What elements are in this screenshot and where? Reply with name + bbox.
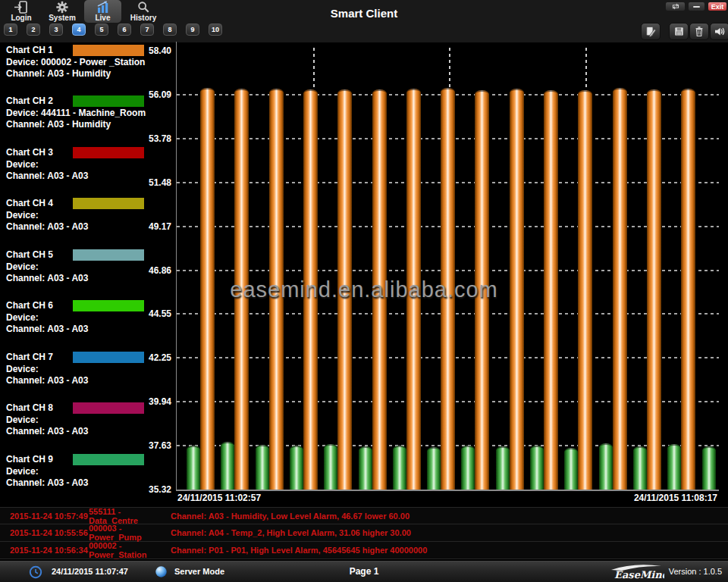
bar-green [324,444,337,490]
channel-device-label: Device: [6,466,39,477]
y-tick-56.09: 56.09 [121,89,171,100]
y-tick-35.32: 35.32 [121,484,171,495]
page-button-5[interactable]: 5 [95,23,108,36]
bar-green [702,446,716,490]
x-axis-start-label: 24/11/2015 11:02:57 [177,493,261,503]
bar-green [564,448,578,490]
alarm-device: 000003 - Power_Pump [89,524,171,542]
channel-channel-label: Channel: A03 - A03 [6,324,88,334]
y-tick-46.86: 46.86 [121,265,171,276]
edit-icon [645,26,657,37]
y-tick-58.40: 58.40 [121,45,171,56]
bar-green [427,447,441,490]
y-tick-39.94: 39.94 [121,396,171,407]
save-button[interactable] [669,23,689,40]
alarm-row-2[interactable]: 2015-11-24 10:55:56000003 - Power_PumpCh… [0,524,728,542]
alarm-device: 000002 - Power_Station [89,541,171,559]
alarm-time: 2015-11-24 10:56:34 [10,546,89,555]
channel-device-label: Device: [6,210,39,221]
y-tick-53.78: 53.78 [121,133,171,144]
page-button-10[interactable]: 10 [209,23,222,36]
channel-channel-label: Channel: A03 - A03 [6,171,88,181]
channel-name: Chart CH 3 [6,147,53,158]
bar-green [221,442,234,490]
channel-device-label: Device: [6,261,39,272]
alarm-time: 2015-11-24 10:55:56 [10,528,89,537]
v-time-marker [585,48,587,95]
page-button-4[interactable]: 4 [72,23,86,36]
watermark: easemind.en.alibaba.com [0,277,728,302]
alarm-row-1[interactable]: 2015-11-24 10:57:49555111 - Data_CentreC… [0,507,728,524]
minimize-icon [693,6,700,8]
v-time-marker [313,48,315,95]
y-tick-44.55: 44.55 [121,308,171,319]
bar-green [496,446,510,490]
bar-green [359,446,372,490]
alarm-message: Channel: A04 - Temp_2, High Level Alarm,… [171,528,728,537]
channel-device-label: Device: [6,415,39,425]
delete-button[interactable] [689,23,709,40]
top-bar: Login System Live History Smart Client E… [0,0,728,42]
page-button-9[interactable]: 9 [186,23,199,36]
svg-text:EaseMind: EaseMind [614,569,664,580]
status-bar: 24/11/2015 11:07:47 Server Mode Page 1 E… [0,561,728,582]
channel-name: Chart CH 9 [6,454,53,465]
page-button-6[interactable]: 6 [118,23,131,36]
channel-channel-label: Channel: A03 - A03 [6,426,88,436]
switch-window-button[interactable] [665,2,686,11]
save-icon [673,26,685,37]
page-button-1[interactable]: 1 [4,23,17,36]
bar-green [530,446,544,490]
alarm-time: 2015-11-24 10:57:49 [10,512,89,521]
bar-chart-plot [176,42,719,491]
channel-device-label: Device: [6,312,39,323]
channel-name: Chart CH 4 [6,198,53,208]
page-button-8[interactable]: 8 [163,23,177,36]
channel-name: Chart CH 8 [6,402,53,413]
version-label: Version : 1.0.5 [669,567,722,576]
edit-button[interactable] [641,23,661,40]
y-axis-labels: 58.4056.0953.7851.4849.1746.8644.5542.25… [121,42,171,496]
y-tick-37.63: 37.63 [121,440,171,451]
channel-name: Chart CH 2 [6,95,53,106]
channel-channel-label: Channel: A03 - A03 [6,375,88,386]
channel-channel-label: Channel: A03 - A03 [6,221,88,232]
channel-device-label: Device: [6,364,39,374]
x-axis-end-label: 24/11/2015 11:08:17 [634,493,717,503]
switch-window-icon [670,3,681,10]
page-button-3[interactable]: 3 [49,23,63,36]
bar-green [290,446,303,490]
bar-green [633,446,647,490]
channel-channel-label: Channel: A03 - A03 [6,477,88,488]
channel-device-label: Device: [6,159,39,170]
trash-icon [694,26,704,37]
channel-channel-label: Channel: A03 - Humidity [6,68,111,79]
minimize-button[interactable] [688,2,705,11]
channel-name: Chart CH 5 [6,249,53,260]
bar-green [187,446,200,490]
bar-green [461,446,475,490]
page-button-2[interactable]: 2 [27,23,40,36]
easemind-logo: EaseMind [610,564,664,582]
alarm-row-3[interactable]: 2015-11-24 10:56:34000002 - Power_Statio… [0,542,728,559]
exit-button[interactable]: Exit [708,2,727,11]
bar-green [599,443,613,490]
page-button-7[interactable]: 7 [140,23,154,36]
alarm-message: Channel: A03 - Humidity, Low Level Alarm… [171,512,728,521]
sound-button[interactable] [710,23,728,40]
channel-name: Chart CH 7 [6,352,53,362]
speaker-icon [714,26,726,37]
y-tick-49.17: 49.17 [121,221,171,232]
bar-green [667,444,681,490]
y-tick-51.48: 51.48 [121,177,171,188]
y-tick-42.25: 42.25 [121,352,171,363]
alarm-device: 555111 - Data_Centre [89,507,171,525]
channel-channel-label: Channel: A03 - Humidity [6,119,111,130]
alarm-list: 2015-11-24 10:57:49555111 - Data_CentreC… [0,507,728,559]
bar-green [256,445,269,490]
app-title: Smart Client [0,7,728,20]
channel-name: Chart CH 1 [6,45,53,55]
bar-green [393,446,406,490]
alarm-message: Channel: P01 - P01, High Level Alarm, 45… [171,546,728,555]
